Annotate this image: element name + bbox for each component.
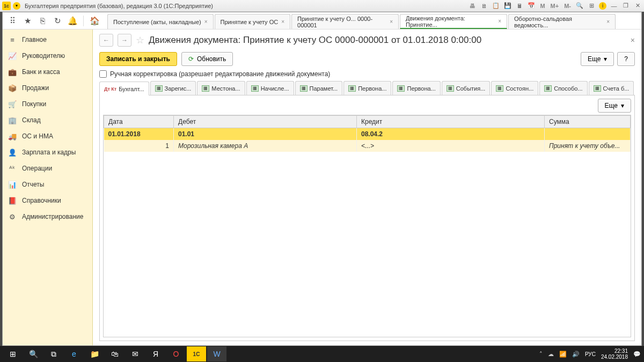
document-tab[interactable]: Принятие к учету ОС× (215, 14, 290, 29)
sidebar-item[interactable]: 🛒Покупки (3, 96, 92, 112)
register-tab[interactable]: ▦Парамет... (295, 81, 343, 95)
mail-icon[interactable]: ✉ (126, 346, 145, 361)
chevron-down-icon: ▾ (604, 55, 607, 63)
restore-icon[interactable]: ❐ (621, 2, 630, 10)
tab-close-icon[interactable]: × (204, 19, 208, 25)
sidebar-item[interactable]: ⚙Администрирование (3, 209, 92, 225)
help-button[interactable]: ? (617, 52, 635, 66)
bell-icon[interactable]: 🔔 (66, 14, 79, 27)
print-icon[interactable]: 🖶 (468, 2, 477, 10)
favorite-icon[interactable]: ★ (21, 14, 34, 27)
register-tab[interactable]: ▦Начисле... (246, 81, 294, 95)
explorer-icon[interactable]: 📁 (85, 346, 104, 361)
tray-lang[interactable]: РУС (585, 351, 596, 357)
document-tab[interactable]: Поступление (акты, накладные)× (107, 14, 214, 29)
memory-mplus[interactable]: M+ (550, 2, 560, 10)
close-icon[interactable]: ✕ (633, 2, 642, 10)
col-debit[interactable]: Дебет (174, 116, 357, 128)
sidebar-icon: 📦 (8, 84, 17, 92)
zoom-icon[interactable]: 🔍 (575, 2, 584, 10)
sidebar-item[interactable]: ᴬᵏОперации (3, 160, 92, 176)
register-tab[interactable]: ▦Счета б... (589, 81, 634, 95)
col-date[interactable]: Дата (104, 116, 174, 128)
history-icon[interactable]: ⎘ (36, 14, 49, 27)
tab-close-icon[interactable]: × (498, 18, 501, 24)
tray-clock[interactable]: 22:31 24.02.2018 (601, 348, 628, 360)
memory-mminus[interactable]: M- (563, 2, 572, 10)
clipboard-icon[interactable]: 📋 (492, 2, 500, 10)
movements-grid[interactable]: Дата Дебет Кредит Сумма 01.01.201801.010… (103, 115, 631, 337)
register-tab[interactable]: ▦Первона... (343, 81, 391, 95)
close-page-icon[interactable]: × (631, 36, 635, 45)
doc-icon[interactable]: 🗎 (480, 2, 488, 10)
info-icon[interactable]: i (599, 2, 606, 10)
sidebar-item[interactable]: 📊Отчеты (3, 176, 92, 193)
register-tab[interactable]: ▦Местона... (197, 81, 245, 95)
register-tab-label: Первона... (358, 85, 386, 92)
store-icon[interactable]: 🛍 (105, 346, 125, 361)
tab-close-icon[interactable]: × (606, 19, 610, 25)
register-tab[interactable]: Дт КтБухгалт... (99, 82, 149, 95)
tab-close-icon[interactable]: × (390, 19, 393, 25)
save-icon[interactable]: 💾 (503, 2, 512, 10)
nav-back[interactable]: ← (99, 34, 113, 47)
tab-close-icon[interactable]: × (281, 19, 284, 25)
register-tab[interactable]: ▦События... (442, 81, 491, 95)
document-tab[interactable]: Движения документа: Принятие...× (400, 14, 507, 29)
minimize-icon[interactable]: — (610, 2, 618, 10)
edge-icon[interactable]: e (64, 346, 84, 361)
reload-icon[interactable]: ↻ (51, 14, 64, 27)
tray-cloud-icon[interactable]: ☁ (548, 351, 554, 358)
register-tab-label: Местона... (211, 85, 240, 92)
search-icon[interactable]: 🔍 (24, 346, 43, 361)
sidebar-label: Отчеты (22, 181, 44, 188)
sidebar-item[interactable]: 🚚ОС и НМА (3, 128, 92, 144)
sidebar-item[interactable]: 👤Зарплата и кадры (3, 144, 92, 160)
col-credit[interactable]: Кредит (357, 116, 545, 128)
sidebar-item[interactable]: ≡Главное (3, 32, 92, 48)
calc-icon[interactable]: 🖩 (515, 2, 524, 10)
more-button[interactable]: Еще ▾ (581, 52, 614, 66)
word-icon[interactable]: W (207, 346, 226, 361)
tray-wifi-icon[interactable]: 📶 (559, 351, 567, 358)
grid-more-button[interactable]: Еще ▾ (598, 99, 631, 113)
app-window: ⠿ ★ ⎘ ↻ 🔔 🏠 Поступление (акты, накладные… (2, 12, 642, 346)
app-menu-dropdown[interactable]: ▾ (13, 2, 20, 10)
register-tab[interactable]: ▦Первона... (392, 81, 440, 95)
table-row[interactable]: 01.01.201801.0108.04.2 (104, 128, 631, 141)
sidebar-item[interactable]: 💼Банк и касса (3, 64, 92, 80)
save-close-button[interactable]: Записать и закрыть (99, 52, 177, 66)
register-tab[interactable]: ▦Зарегис... (150, 81, 196, 95)
document-tab[interactable]: Принятие к учету О... 0000-000001× (291, 14, 399, 29)
1c-taskbar-icon[interactable]: 1C (187, 346, 206, 361)
favorite-page-icon[interactable]: ☆ (136, 34, 144, 46)
tray-volume-icon[interactable]: 🔊 (572, 351, 580, 358)
refresh-button[interactable]: ⟳ Обновить (181, 52, 233, 66)
register-tab[interactable]: ▦Способо... (539, 81, 587, 95)
start-button[interactable]: ⊞ (3, 346, 23, 361)
grid-icon[interactable]: ⊞ (587, 2, 596, 10)
yandex-icon[interactable]: Я (146, 346, 165, 361)
tray-notification-icon[interactable]: 💬 (633, 351, 641, 358)
taskview-icon[interactable]: ⧉ (44, 346, 63, 361)
apps-icon[interactable]: ⠿ (6, 14, 19, 27)
register-tab[interactable]: ▦Состоян... (491, 81, 538, 95)
tray-up-icon[interactable]: ˄ (539, 351, 543, 358)
sidebar-item[interactable]: 📈Руководителю (3, 48, 92, 64)
cell-credit: <...> (357, 140, 545, 152)
sidebar-item[interactable]: 🏢Склад (3, 112, 92, 128)
document-tab[interactable]: Оборотно-сальдовая ведомость...× (508, 14, 616, 29)
memory-m[interactable]: M (539, 2, 546, 10)
col-sum[interactable]: Сумма (545, 116, 631, 128)
sidebar-item[interactable]: 📦Продажи (3, 80, 92, 96)
nav-forward[interactable]: → (118, 34, 131, 47)
register-tab-label: Счета б... (603, 85, 630, 92)
manual-edit-checkbox[interactable] (99, 70, 107, 78)
sidebar-item[interactable]: 📕Справочники (3, 193, 92, 209)
table-icon: ▦ (300, 85, 308, 92)
calendar-icon[interactable]: 📅 (527, 2, 536, 10)
opera-icon[interactable]: O (166, 346, 186, 361)
table-row[interactable]: 1Морозильная камера A<...>Принят к учету… (104, 140, 631, 152)
home-icon[interactable]: 🏠 (88, 14, 101, 27)
table-icon: ▦ (155, 85, 163, 92)
